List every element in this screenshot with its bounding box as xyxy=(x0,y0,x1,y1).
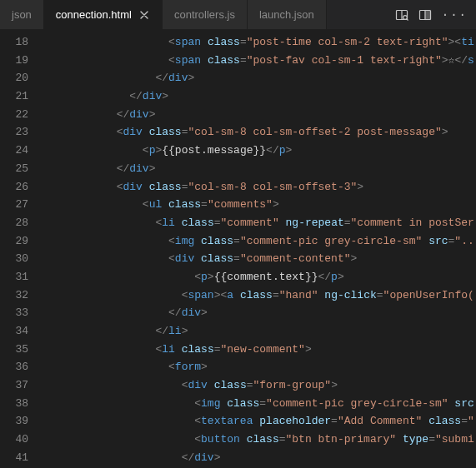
tab-json-partial[interactable]: json xyxy=(0,0,44,29)
tab-bar: json connection.html controllers.js laun… xyxy=(0,0,476,30)
line-number: 40 xyxy=(0,431,28,449)
code-line: <img class="comment-pic grey-circle-sm" … xyxy=(38,232,476,251)
code-line: </div> xyxy=(38,160,476,178)
line-number: 36 xyxy=(0,358,28,376)
code-line: <textarea placeholder="Add Comment" clas… xyxy=(38,412,476,431)
tab-label: controllers.js xyxy=(174,8,235,21)
line-number: 30 xyxy=(0,250,28,268)
code-line: <form> xyxy=(38,358,476,376)
line-number: 35 xyxy=(0,341,28,359)
code-line: </div> xyxy=(38,449,476,467)
svg-point-1 xyxy=(403,15,407,19)
svg-rect-3 xyxy=(425,10,431,19)
line-number: 34 xyxy=(0,322,28,341)
line-number: 28 xyxy=(0,214,28,232)
preview-icon[interactable] xyxy=(395,8,408,22)
line-number: 33 xyxy=(0,304,28,322)
code-line: <button class="btn btn-primary" type="su… xyxy=(38,431,476,449)
line-number-gutter: 1819202122232425262728293031323334353637… xyxy=(0,30,38,468)
line-number: 19 xyxy=(0,52,28,70)
tab-label: connection.html xyxy=(56,8,132,21)
line-number: 18 xyxy=(0,33,28,52)
code-line: <li class="new-comment"> xyxy=(38,341,476,359)
line-number: 24 xyxy=(0,142,28,160)
code-line: <span class="post-fav col-sm-1 text-righ… xyxy=(38,52,476,70)
code-line: </div> xyxy=(38,106,476,124)
line-number: 27 xyxy=(0,196,28,214)
code-line: <p>{{post.message}}</p> xyxy=(38,142,476,160)
line-number: 25 xyxy=(0,160,28,178)
line-number: 38 xyxy=(0,395,28,413)
editor: 1819202122232425262728293031323334353637… xyxy=(0,30,476,468)
line-number: 37 xyxy=(0,376,28,395)
code-line: <ul class="comments"> xyxy=(38,196,476,214)
code-line: <img class="comment-pic grey-circle-sm" … xyxy=(38,395,476,413)
tab-launch-json[interactable]: launch.json xyxy=(248,0,327,29)
code-line: <div class="comment-content"> xyxy=(38,250,476,268)
line-number: 32 xyxy=(0,286,28,305)
code-line: </li> xyxy=(38,322,476,341)
line-number: 21 xyxy=(0,87,28,106)
code-line: </div> xyxy=(38,87,476,106)
close-icon[interactable] xyxy=(138,9,150,21)
line-number: 41 xyxy=(0,449,28,467)
tab-controllers-js[interactable]: controllers.js xyxy=(163,0,248,29)
code-line: </div> xyxy=(38,304,476,322)
line-number: 39 xyxy=(0,412,28,431)
code-area[interactable]: <span class="post-time col-sm-2 text-rig… xyxy=(38,30,476,468)
line-number: 20 xyxy=(0,69,28,87)
code-line: <div class="form-group"> xyxy=(38,376,476,395)
line-number: 29 xyxy=(0,232,28,251)
line-number: 23 xyxy=(0,123,28,142)
line-number: 31 xyxy=(0,268,28,286)
line-number: 22 xyxy=(0,106,28,124)
code-line: <p>{{comment.text}}</p> xyxy=(38,268,476,286)
line-number: 26 xyxy=(0,178,28,197)
code-line: <span class="post-time col-sm-2 text-rig… xyxy=(38,33,476,52)
tabbar-spacer xyxy=(327,0,387,29)
split-editor-icon[interactable] xyxy=(418,8,432,22)
code-line: </div> xyxy=(38,69,476,87)
code-line: <div class="col-sm-8 col-sm-offset-3"> xyxy=(38,178,476,197)
tab-label: launch.json xyxy=(259,8,314,21)
code-line: <span><a class="hand" ng-click="openUser… xyxy=(38,286,476,305)
code-line: <div class="col-sm-8 col-sm-offset-2 pos… xyxy=(38,123,476,142)
code-line: <li class="comment" ng-repeat="comment i… xyxy=(38,214,476,232)
tab-connection-html[interactable]: connection.html xyxy=(44,0,163,29)
more-actions-icon[interactable]: ··· xyxy=(442,8,468,22)
editor-actions: ··· xyxy=(387,0,476,29)
tab-label: json xyxy=(12,8,32,21)
